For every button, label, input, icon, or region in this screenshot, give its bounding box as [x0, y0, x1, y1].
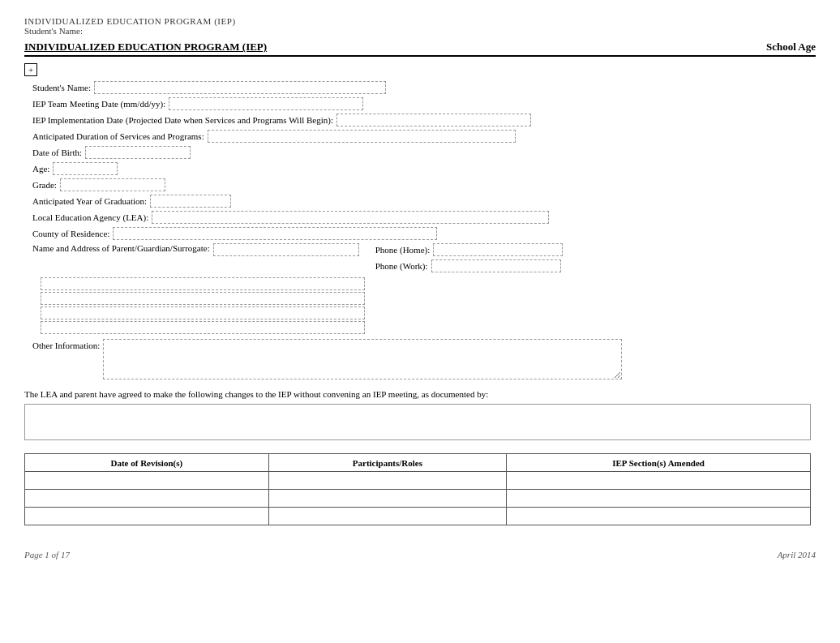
anticipated-duration-input[interactable] — [208, 130, 516, 143]
phone-work-input[interactable] — [431, 259, 561, 272]
phone-home-row: Phone (Home): — [375, 243, 564, 256]
grade-label: Grade: — [32, 180, 57, 190]
table-cell — [268, 508, 506, 525]
address-line-2 — [41, 292, 816, 305]
lea-statement: The LEA and parent have agreed to make t… — [24, 389, 816, 399]
students-name-label: Student's Name: — [32, 83, 91, 92]
col-date: Date of Revision(s) — [25, 454, 269, 472]
phone-block: Phone (Home): Phone (Work): — [375, 243, 564, 276]
doc-header: INDIVIDUALIZED EDUCATION PROGRAM (IEP) S… — [24, 16, 816, 36]
table-cell — [268, 490, 506, 508]
table-cell — [25, 472, 269, 490]
anticipated-duration-row: Anticipated Duration of Services and Pro… — [32, 130, 816, 143]
graduation-input[interactable] — [150, 195, 231, 208]
table-cell — [507, 490, 811, 508]
table-cell — [507, 508, 811, 525]
form-section: Student's Name: IEP Team Meeting Date (m… — [32, 81, 816, 379]
age-label: Age: — [32, 164, 49, 174]
table-row — [25, 472, 811, 490]
doc-header-subtitle: Student's Name: — [24, 26, 816, 36]
address-line-3 — [41, 306, 816, 319]
table-row — [25, 508, 811, 525]
iep-implementation-row: IEP Implementation Date (Projected Date … — [32, 114, 816, 126]
address-line-3-input[interactable] — [41, 306, 365, 319]
dob-row: Date of Birth: — [32, 146, 816, 159]
iep-team-meeting-input[interactable] — [169, 97, 363, 110]
anticipated-duration-label: Anticipated Duration of Services and Pro… — [32, 131, 204, 141]
address-line-4-input[interactable] — [41, 321, 365, 334]
grade-row: Grade: — [32, 178, 816, 191]
age-row: Age: — [32, 162, 816, 175]
graduation-label: Anticipated Year of Graduation: — [32, 196, 147, 206]
section-title: INDIVIDUALIZED EDUCATION PROGRAM (IEP) — [24, 41, 267, 54]
other-info-label: Other Information: — [32, 341, 100, 350]
page-number: Page 1 of 17 — [24, 550, 70, 559]
county-label: County of Residence: — [32, 229, 109, 238]
name-address-main-input[interactable] — [213, 243, 359, 256]
table-cell — [25, 490, 269, 508]
iep-implementation-input[interactable] — [336, 114, 531, 126]
footer-date: April 2014 — [778, 550, 816, 559]
lea-textbox[interactable] — [24, 404, 811, 440]
phone-home-label: Phone (Home): — [375, 245, 431, 255]
other-info-textarea[interactable] — [103, 339, 622, 379]
table-cell — [25, 508, 269, 525]
students-name-input[interactable] — [94, 81, 386, 94]
phone-work-row: Phone (Work): — [375, 259, 564, 272]
table-cell — [268, 472, 506, 490]
iep-team-meeting-row: IEP Team Meeting Date (mm/dd/yy): — [32, 97, 816, 110]
county-row: County of Residence: — [32, 227, 816, 240]
grade-input[interactable] — [60, 178, 165, 191]
iep-team-meeting-label: IEP Team Meeting Date (mm/dd/yy): — [32, 99, 165, 109]
address-block — [41, 277, 816, 334]
graduation-row: Anticipated Year of Graduation: — [32, 195, 816, 208]
col-sections: IEP Section(s) Amended — [507, 454, 811, 472]
expand-button[interactable]: + — [24, 63, 37, 76]
col-participants: Participants/Roles — [268, 454, 506, 472]
lea-label: Local Education Agency (LEA): — [32, 212, 148, 222]
students-name-row: Student's Name: — [32, 81, 816, 94]
county-input[interactable] — [113, 227, 437, 240]
school-age-label: School Age — [766, 41, 816, 54]
phone-home-input[interactable] — [433, 243, 563, 256]
name-address-label: Name and Address of Parent/Guardian/Surr… — [32, 243, 210, 253]
age-input[interactable] — [53, 162, 118, 175]
dob-input[interactable] — [85, 146, 191, 159]
phone-work-label: Phone (Work): — [375, 261, 428, 271]
section-title-bar: INDIVIDUALIZED EDUCATION PROGRAM (IEP) S… — [24, 41, 816, 57]
page-footer: Page 1 of 17 April 2014 — [24, 550, 816, 559]
address-line-1-input[interactable] — [41, 277, 365, 290]
table-row — [25, 490, 811, 508]
lea-row: Local Education Agency (LEA): — [32, 211, 816, 224]
doc-header-title: INDIVIDUALIZED EDUCATION PROGRAM (IEP) — [24, 16, 816, 26]
other-info-row: Other Information: — [32, 339, 816, 379]
revision-table: Date of Revision(s) Participants/Roles I… — [24, 453, 811, 525]
address-line-1 — [41, 277, 816, 290]
name-address-row: Name and Address of Parent/Guardian/Surr… — [32, 243, 816, 276]
dob-label: Date of Birth: — [32, 148, 82, 157]
lea-input[interactable] — [152, 211, 549, 224]
iep-implementation-label: IEP Implementation Date (Projected Date … — [32, 115, 333, 125]
address-line-4 — [41, 321, 816, 334]
address-line-2-input[interactable] — [41, 292, 365, 305]
table-cell — [507, 472, 811, 490]
